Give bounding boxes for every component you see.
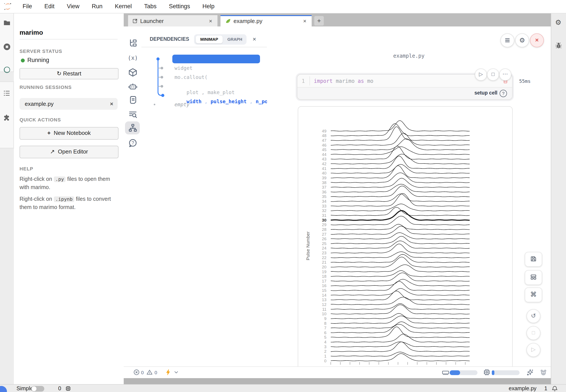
cell-more-button[interactable]: ⋯ [499,69,511,81]
outline-search-icon[interactable] [128,110,138,119]
tree-item-callout[interactable]: mo.callout( [175,74,208,80]
tree-item-widget[interactable]: widget [175,65,193,71]
session-item[interactable]: example.py × [19,98,118,110]
warnings-icon[interactable] [146,369,153,376]
run-cell-button[interactable]: ▷ [475,69,487,81]
menu-view[interactable]: View [62,0,85,10]
tab-example[interactable]: example.py × [221,15,312,26]
activity-bar [0,13,14,384]
runtime-bolt-icon[interactable] [165,369,172,376]
svg-text:46: 46 [322,143,327,147]
packages-cube-icon[interactable] [128,68,138,77]
svg-text:25: 25 [322,241,327,246]
kernel-chip-icon[interactable] [65,386,71,392]
svg-text:37: 37 [322,185,327,190]
server-status-value: Running [27,57,49,63]
menu-kernel[interactable]: Kernel [110,0,137,10]
menu-run[interactable]: Run [87,0,108,10]
ai-sparkle-icon[interactable] [526,369,534,376]
cpu-chip-icon [483,369,491,376]
cpu-progress-fill [492,370,495,375]
interrupt-button[interactable]: □ [526,326,540,340]
statusbar-filename[interactable]: example.py [509,386,536,392]
close-tab-icon[interactable]: × [303,18,306,24]
open-editor-button[interactable]: ↗ Open Editor [19,146,119,158]
toggle-graph[interactable]: GRAPH [224,36,245,43]
debugger-bug-icon[interactable] [555,42,563,49]
memory-progress-track [450,370,477,375]
status-dot [21,58,25,62]
bell-icon[interactable] [551,385,558,392]
close-session-icon[interactable]: × [110,98,113,110]
restart-button[interactable]: ↻ Restart [19,68,119,79]
marimo-panel-icon[interactable] [3,66,11,74]
close-dependencies-icon[interactable]: × [253,36,256,42]
errors-icon[interactable] [133,369,140,376]
sidebar-title: marimo [19,29,43,36]
arrow-up-right-icon: ↗ [50,148,58,155]
menu-tabs[interactable]: Tabs [139,0,162,10]
toggle-minimap[interactable]: MINIMAP [196,36,223,43]
keyboard-shortcuts-button[interactable]: ⌘ [525,288,542,302]
table-of-contents-icon[interactable] [3,89,11,97]
menu-help[interactable]: Help [197,0,220,10]
svg-text:48: 48 [322,133,327,138]
running-sessions-heading: RUNNING SESSIONS [19,84,72,90]
help-paragraph-py: Right-click on .py files to open them wi… [19,175,119,191]
svg-text:29: 29 [322,223,327,227]
ipynb-extension-chip: .ipynb [54,196,74,202]
menu-file[interactable]: File [17,0,37,10]
undo-button[interactable]: ↺ [526,309,540,323]
dependencies-title: DEPENDENCIES [150,36,189,42]
interface-mode-label: Simple [16,386,33,392]
files-icon[interactable] [3,19,11,27]
logs-scroll-icon[interactable] [128,95,138,104]
menu-bar: File Edit View Run Kernel Tabs Settings … [0,0,566,14]
svg-text:20: 20 [322,265,327,269]
divider [19,39,118,40]
svg-text:2: 2 [324,349,327,354]
extensions-icon[interactable] [3,114,11,121]
svg-text:43: 43 [322,157,327,161]
marimo-mascot-icon[interactable] [539,369,547,376]
dependencies-graph-icon[interactable] [128,123,138,133]
simple-mode-toggle[interactable] [31,386,44,391]
svg-text:9: 9 [324,316,327,321]
menu-edit[interactable]: Edit [39,0,60,10]
notebook-settings-button[interactable]: ⚙ [515,33,529,47]
tab-example-label: example.py [234,18,262,24]
cell-runtime: 55ms [519,79,531,84]
gear-icon[interactable]: ⚙ [555,18,561,27]
new-notebook-button[interactable]: + New Notebook [19,127,119,140]
notification-count: 1 [544,386,547,392]
svg-text:33: 33 [322,204,327,208]
tab-launcher-label: Launcher [140,18,164,24]
floppy-save-icon [530,255,537,262]
add-tab-button[interactable]: + [314,16,324,26]
stop-cell-button[interactable]: □ [487,69,499,81]
save-button[interactable] [525,252,542,267]
shutdown-close-button[interactable]: × [530,33,544,47]
svg-text:18: 18 [322,274,327,279]
close-tab-icon[interactable]: × [209,18,212,24]
help-bubble-icon[interactable]: ? [128,138,138,148]
svg-text:45: 45 [322,147,327,152]
tab-launcher[interactable]: Launcher × [128,15,217,27]
tree-item-empty[interactable]: empty [175,101,190,108]
svg-text:40: 40 [322,171,327,175]
server-status-heading: SERVER STATUS [19,49,62,54]
tree-connector [151,51,170,108]
ai-robot-icon[interactable] [128,82,138,92]
tree-item-pulsarchart[interactable]: PulsarChart [172,55,260,63]
chevron-down-icon[interactable] [174,371,179,374]
file-tree-icon[interactable] [128,39,138,48]
layout-toggle-button[interactable] [525,270,542,285]
svg-text:34: 34 [322,199,327,204]
notebook-menu-button[interactable] [500,33,514,47]
run-all-button[interactable]: ▷ [526,343,540,357]
marimo-sidebar: marimo SERVER STATUS Running ↻ Restart R… [14,13,124,384]
running-sessions-icon[interactable] [3,43,11,51]
setup-help-icon[interactable]: ? [500,90,507,97]
variables-icon[interactable]: (x) [128,53,138,63]
menu-settings[interactable]: Settings [164,0,195,10]
